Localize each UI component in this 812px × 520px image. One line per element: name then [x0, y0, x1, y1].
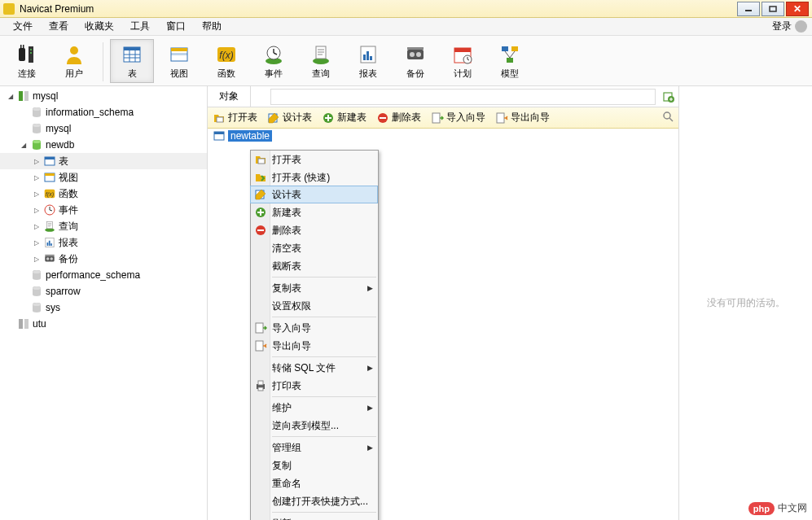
action-design-table[interactable]: 设计表 — [267, 111, 312, 125]
tables-icon — [43, 155, 56, 168]
ctx--SQL-[interactable]: 转储 SQL 文件▶ — [251, 359, 378, 377]
conn-green-icon — [17, 90, 30, 103]
ctx--[interactable]: 导入向导 — [251, 319, 378, 337]
tree-node-events[interactable]: ▷事件 — [0, 202, 207, 218]
menu-tools[interactable]: 工具 — [122, 19, 158, 33]
ctx--[interactable]: 打印表 — [251, 377, 378, 395]
tree-db-mysql[interactable]: mysql — [0, 120, 207, 137]
menu-view[interactable]: 查看 — [41, 19, 77, 33]
address-box[interactable] — [270, 89, 656, 105]
toolbar-label: 计划 — [454, 68, 472, 80]
window-close-button[interactable]: ✕ — [786, 2, 809, 16]
import-icon — [431, 111, 444, 125]
ctx--[interactable]: 管理组▶ — [251, 439, 378, 457]
tree-node-views[interactable]: ▷视图 — [0, 169, 207, 186]
ctx--[interactable]: 设置权限 — [251, 297, 378, 315]
tree-db-sparrow[interactable]: sparrow — [0, 283, 207, 299]
tree-expander-icon[interactable]: ◢ — [6, 92, 15, 101]
titlebar: Navicat Premium ✕ — [0, 0, 812, 18]
action-label: 设计表 — [283, 111, 312, 125]
tree-node-queries[interactable]: ▷查询 — [0, 218, 207, 234]
tree-db-performance-schema[interactable]: performance_schema — [0, 267, 207, 283]
ctx--[interactable]: 刷新 — [251, 514, 378, 520]
ctx-label: 转储 SQL 文件 — [272, 361, 336, 375]
tree-node-reports[interactable]: ▷报表 — [0, 234, 207, 251]
toolbar-event-button[interactable]: 事件 — [252, 39, 296, 83]
toolbar-function-button[interactable]: f(x)函数 — [204, 39, 248, 83]
menu-favorites[interactable]: 收藏夹 — [77, 19, 122, 33]
tree-node-tables[interactable]: ▷表 — [0, 153, 207, 169]
view-icon — [168, 43, 191, 66]
tree-node-backups[interactable]: ▷备份 — [0, 251, 207, 267]
table-context-menu[interactable]: 打开表打开表 (快速)设计表新建表删除表清空表截断表复制表▶设置权限导入向导导出… — [250, 150, 379, 520]
tree-expander-icon[interactable]: ▷ — [32, 222, 41, 231]
tree-label: newdb — [46, 139, 74, 151]
tree-expander-icon — [19, 287, 28, 296]
toolbar-backup-button[interactable]: 备份 — [393, 39, 437, 83]
ctx--[interactable]: 导出向导 — [251, 337, 378, 355]
toolbar-report-button[interactable]: 报表 — [346, 39, 390, 83]
tree-conn-utu[interactable]: utu — [0, 316, 207, 332]
user-avatar-icon[interactable] — [795, 20, 807, 33]
db-grey-icon — [30, 301, 43, 314]
tree-expander-icon[interactable]: ▷ — [32, 206, 41, 215]
tree-node-functions[interactable]: ▷f(x)函数 — [0, 186, 207, 202]
open-yellow-icon — [213, 111, 226, 125]
ctx--[interactable]: 新建表 — [251, 203, 378, 221]
new-tab-button[interactable] — [659, 90, 678, 103]
window-maximize-button[interactable] — [762, 2, 784, 16]
ctx--[interactable]: 删除表 — [251, 221, 378, 239]
tree-expander-icon[interactable]: ▷ — [32, 255, 41, 264]
tree-db-sys[interactable]: sys — [0, 299, 207, 316]
tree-expander-icon[interactable]: ▷ — [32, 190, 41, 199]
action-export-wizard[interactable]: 导出向导 — [495, 111, 550, 125]
search-icon[interactable] — [662, 111, 674, 125]
svg-rect-47 — [19, 91, 23, 101]
tree-expander-icon[interactable]: ▷ — [32, 173, 41, 182]
action-open-table[interactable]: 打开表 — [213, 111, 257, 125]
tree-label: 报表 — [59, 236, 78, 250]
ctx--[interactable]: 清空表 — [251, 239, 378, 257]
toolbar-model-button[interactable]: 模型 — [488, 39, 532, 83]
plug-icon — [15, 43, 38, 66]
tree-label: performance_schema — [46, 269, 140, 281]
toolbar-connect-button[interactable]: 连接 — [5, 39, 49, 83]
ctx--[interactable]: 复制 — [251, 457, 378, 474]
login-link[interactable]: 登录 — [772, 20, 792, 33]
tab-objects[interactable]: 对象 — [208, 86, 251, 107]
menu-help[interactable]: 帮助 — [194, 19, 230, 33]
tree-expander-icon[interactable]: ▷ — [32, 238, 41, 247]
list-item-label: newtable — [228, 130, 272, 142]
toolbar-view-button[interactable]: 视图 — [157, 39, 201, 83]
action-import-wizard[interactable]: 导入向导 — [431, 111, 485, 125]
watermark-text: 中文网 — [778, 501, 807, 515]
ctx--[interactable]: 打开表 — [251, 151, 378, 168]
ctx--[interactable]: 打开表 (快速) — [251, 168, 378, 186]
ctx--[interactable]: 复制表▶ — [251, 279, 378, 297]
tree-db-newdb[interactable]: ◢newdb — [0, 137, 207, 153]
tree-expander-icon[interactable]: ◢ — [19, 141, 28, 150]
ctx--[interactable]: 设计表 — [250, 186, 378, 203]
tree-conn-mysql[interactable]: ◢mysql — [0, 88, 207, 104]
tree-db-information-schema[interactable]: information_schema — [0, 104, 207, 120]
connection-tree[interactable]: ◢mysqlinformation_schemamysql◢newdb▷表▷视图… — [0, 86, 208, 520]
menu-file[interactable]: 文件 — [5, 19, 41, 33]
ctx--[interactable]: 维护▶ — [251, 399, 378, 417]
list-item-newtable[interactable]: newtable — [208, 129, 678, 143]
menu-window[interactable]: 窗口 — [158, 19, 194, 33]
tree-expander-icon[interactable]: ▷ — [32, 157, 41, 166]
ctx--[interactable]: 创建打开表快捷方式... — [251, 492, 378, 510]
toolbar-schedule-button[interactable]: 计划 — [441, 39, 485, 83]
window-minimize-button[interactable] — [737, 2, 760, 16]
action-new-table[interactable]: 新建表 — [322, 111, 366, 125]
action-delete-table[interactable]: 删除表 — [376, 111, 421, 125]
svg-rect-3 — [20, 45, 22, 50]
toolbar-table-button[interactable]: 表 — [110, 39, 154, 83]
import-icon — [254, 321, 267, 334]
toolbar-user-button[interactable]: 用户 — [52, 39, 96, 83]
ctx--[interactable]: 重命名 — [251, 474, 378, 492]
ctx--[interactable]: 逆向表到模型... — [251, 417, 378, 435]
toolbar-query-button[interactable]: 查询 — [299, 39, 343, 83]
svg-rect-30 — [363, 55, 366, 60]
ctx--[interactable]: 截断表 — [251, 257, 378, 275]
